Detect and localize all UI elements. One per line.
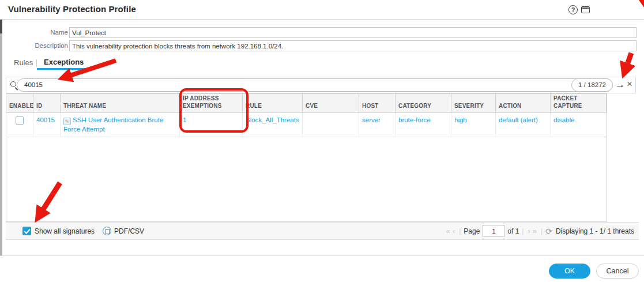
- page-label: Page: [464, 227, 480, 235]
- column-header-cve[interactable]: CVE: [303, 94, 359, 113]
- table-row-category-cell: brute-force: [396, 113, 451, 137]
- table-row-host-cell: server: [359, 113, 396, 137]
- page-of-label: of 1: [507, 227, 519, 235]
- column-header-action[interactable]: ACTION: [496, 94, 551, 113]
- search-icon: [10, 81, 16, 87]
- column-header-rule[interactable]: RULE: [243, 94, 303, 113]
- list-footer-bar: Show all signatures PDF/CSV « ‹ | Page o…: [6, 222, 639, 240]
- pdf-csv-icon[interactable]: [103, 227, 111, 235]
- exceptions-table-grid: ENABLE ID THREAT NAME IP ADDRESS EXEMPTI…: [6, 94, 607, 137]
- show-all-signatures-checkbox[interactable]: [22, 227, 31, 235]
- enable-checkbox[interactable]: [16, 116, 24, 125]
- displaying-status: Displaying 1 - 1/ 1 threats: [556, 227, 634, 235]
- table-row-enable-cell: [6, 113, 33, 137]
- refresh-icon[interactable]: ⟳: [545, 227, 552, 236]
- exceptions-table: ENABLE ID THREAT NAME IP ADDRESS EXEMPTI…: [6, 93, 607, 222]
- threat-name-link[interactable]: SSH User Authentication Brute Force Atte…: [63, 116, 163, 133]
- search-toolbar: 40015 1 / 18272 → ×: [6, 77, 636, 93]
- description-label: Description: [3, 42, 68, 49]
- table-row-ip-exemptions-cell[interactable]: 1: [180, 113, 243, 137]
- table-row-action-cell: default (alert): [496, 113, 551, 137]
- pager-divider: |: [459, 227, 461, 235]
- search-field[interactable]: 40015 1 / 18272: [17, 78, 613, 92]
- name-label: Name: [3, 29, 68, 36]
- last-page-icon[interactable]: »: [532, 227, 538, 235]
- column-header-id[interactable]: ID: [33, 94, 61, 113]
- show-all-signatures-label: Show all signatures: [35, 227, 95, 235]
- table-row-rule-cell: Block_All_Threats: [243, 113, 303, 137]
- column-header-host[interactable]: HOST: [359, 94, 396, 113]
- table-row-packet-capture-cell: disable: [551, 113, 607, 137]
- search-next-icon[interactable]: →: [615, 78, 625, 91]
- next-page-icon[interactable]: ›: [526, 227, 531, 235]
- page-title: Vulnerability Protection Profile: [8, 4, 136, 14]
- tab-rules[interactable]: Rules: [14, 58, 33, 67]
- column-header-threat-name[interactable]: THREAT NAME: [61, 94, 180, 113]
- column-header-packet-capture[interactable]: PACKET CAPTURE: [551, 94, 607, 113]
- name-input[interactable]: [69, 27, 637, 38]
- search-input[interactable]: 40015: [24, 79, 43, 91]
- first-page-icon[interactable]: «: [445, 227, 451, 235]
- table-row-id-cell: 40015: [33, 113, 61, 137]
- ok-button[interactable]: OK: [549, 264, 590, 279]
- cancel-button[interactable]: Cancel: [596, 264, 639, 279]
- dialog-titlebar: Vulnerability Protection Profile ?: [0, 0, 644, 20]
- tab-divider: [36, 59, 37, 67]
- pdf-csv-button[interactable]: PDF/CSV: [114, 227, 144, 235]
- edit-pencil-icon[interactable]: ✎: [63, 118, 71, 125]
- table-row-severity-cell: high: [451, 113, 496, 137]
- annotation-arrow-next-result: [625, 53, 631, 71]
- search-clear-icon[interactable]: ×: [627, 78, 632, 91]
- help-icon[interactable]: ?: [568, 5, 578, 14]
- window-restore-icon[interactable]: [581, 6, 590, 13]
- pagination: « ‹ | Page of 1 | › » | ⟳ Displaying 1 -…: [445, 225, 634, 237]
- search-result-count: 1 / 18272: [571, 78, 613, 92]
- description-input[interactable]: [69, 40, 637, 51]
- page-input[interactable]: [483, 225, 504, 237]
- dialog-footer-divider: [0, 255, 644, 256]
- active-tab-underline: [37, 68, 88, 70]
- pager-divider: |: [541, 227, 543, 235]
- table-row-cve-cell: [303, 113, 359, 137]
- pager-divider: |: [522, 227, 524, 235]
- column-header-ip-address-exemptions[interactable]: IP ADDRESS EXEMPTIONS: [180, 94, 243, 113]
- column-header-enable[interactable]: ENABLE: [6, 94, 33, 113]
- tab-exceptions[interactable]: Exceptions: [44, 58, 84, 66]
- background-page-edge: [0, 33, 2, 255]
- vulnerability-protection-profile-dialog: { "dialog": { "title": "Vulnerability Pr…: [0, 0, 644, 282]
- prev-page-icon[interactable]: ‹: [451, 227, 456, 235]
- table-row-threat-name-cell: ✎SSH User Authentication Brute Force Att…: [61, 113, 180, 137]
- column-header-severity[interactable]: SEVERITY: [451, 94, 496, 113]
- column-header-category[interactable]: CATEGORY: [396, 94, 451, 113]
